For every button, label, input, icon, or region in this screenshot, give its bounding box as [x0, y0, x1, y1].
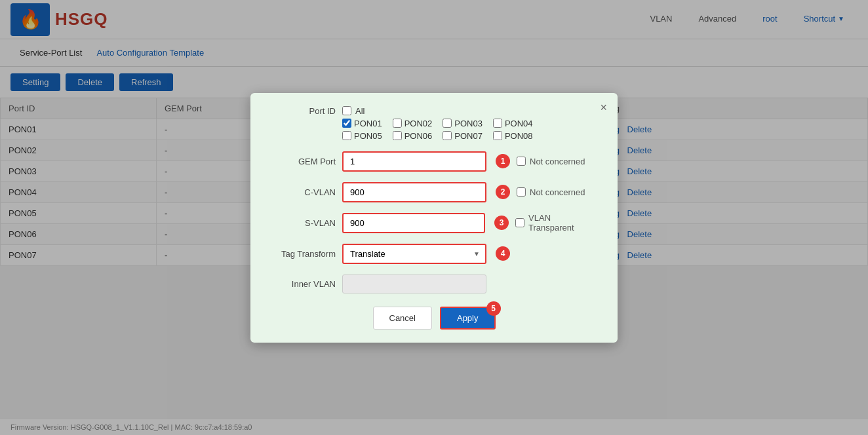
tag-transform-select[interactable]: Translate Add Remove None: [342, 244, 486, 264]
tag-transform-row: Tag Transform Translate Add Remove None …: [270, 244, 598, 264]
setting-modal: × Port ID All PON01 PON02: [250, 93, 618, 267]
pon01-label: PON01: [354, 119, 382, 128]
step-4-badge: 4: [496, 246, 510, 261]
pon07-checkbox[interactable]: [443, 131, 452, 140]
svlan-label: S-VLAN: [270, 218, 336, 228]
cvlan-row: C-VLAN 2 Not concerned: [270, 182, 598, 202]
all-label: All: [355, 106, 365, 116]
tag-transform-label: Tag Transform: [270, 249, 336, 259]
gem-port-input[interactable]: [342, 151, 486, 172]
cvlan-not-concerned-label: Not concerned: [530, 187, 585, 197]
pon04-checkbox-group: PON04: [493, 119, 533, 128]
step-2-badge: 2: [496, 185, 510, 199]
all-checkbox[interactable]: [342, 106, 351, 115]
svlan-vlan-transparent-label: VLAN Transparent: [528, 213, 598, 233]
pon08-checkbox[interactable]: [493, 131, 502, 140]
pon01-checkbox-group: PON01: [342, 119, 382, 128]
port-id-label: Port ID: [270, 106, 336, 116]
svlan-vlan-transparent-group: VLAN Transparent: [515, 213, 598, 233]
pon01-checkbox[interactable]: [342, 119, 351, 128]
pon05-label: PON05: [354, 131, 382, 141]
pon06-label: PON06: [404, 131, 433, 141]
step-3-badge: 3: [494, 216, 509, 230]
cvlan-not-concerned-group: Not concerned: [517, 187, 585, 197]
pon02-checkbox[interactable]: [393, 119, 402, 128]
pon06-checkbox[interactable]: [393, 131, 402, 140]
gem-port-row: GEM Port 1 Not concerned: [270, 151, 598, 172]
cvlan-label: C-VLAN: [270, 187, 336, 197]
modal-close-button[interactable]: ×: [600, 101, 607, 115]
gem-port-not-concerned-group: Not concerned: [517, 157, 585, 166]
pon06-checkbox-group: PON06: [393, 131, 433, 141]
gem-port-not-concerned-checkbox[interactable]: [517, 157, 526, 166]
svlan-row: S-VLAN 3 VLAN Transparent: [270, 213, 598, 233]
pon04-checkbox[interactable]: [493, 119, 502, 128]
cvlan-input[interactable]: [342, 182, 486, 202]
gem-port-not-concerned-label: Not concerned: [530, 157, 585, 166]
pon03-label: PON03: [454, 119, 483, 128]
port-id-row-2: PON05 PON06 PON07 PON08: [270, 131, 598, 141]
svlan-vlan-transparent-checkbox[interactable]: [515, 218, 524, 227]
gem-port-label: GEM Port: [270, 157, 336, 166]
pon03-checkbox[interactable]: [443, 119, 452, 128]
tag-transform-select-wrapper: Translate Add Remove None ▼: [342, 244, 486, 264]
pon03-checkbox-group: PON03: [443, 119, 483, 128]
pon07-label: PON07: [454, 131, 483, 141]
pon02-label: PON02: [404, 119, 433, 128]
pon08-checkbox-group: PON08: [493, 131, 533, 141]
pon07-checkbox-group: PON07: [443, 131, 483, 141]
modal-overlay: × Port ID All PON01 PON02: [0, 0, 868, 266]
port-id-row-1: PON01 PON02 PON03 PON04: [270, 119, 598, 128]
all-checkbox-group: All: [342, 106, 365, 116]
port-id-row-all: Port ID All: [270, 106, 598, 116]
port-id-section: Port ID All PON01 PON02: [270, 106, 598, 141]
pon04-label: PON04: [505, 119, 533, 128]
pon05-checkbox-group: PON05: [342, 131, 382, 141]
cvlan-not-concerned-checkbox[interactable]: [517, 187, 526, 197]
step-1-badge: 1: [496, 154, 510, 168]
pon08-label: PON08: [505, 131, 533, 141]
pon05-checkbox[interactable]: [342, 131, 351, 140]
svlan-input[interactable]: [342, 213, 485, 233]
pon02-checkbox-group: PON02: [393, 119, 433, 128]
